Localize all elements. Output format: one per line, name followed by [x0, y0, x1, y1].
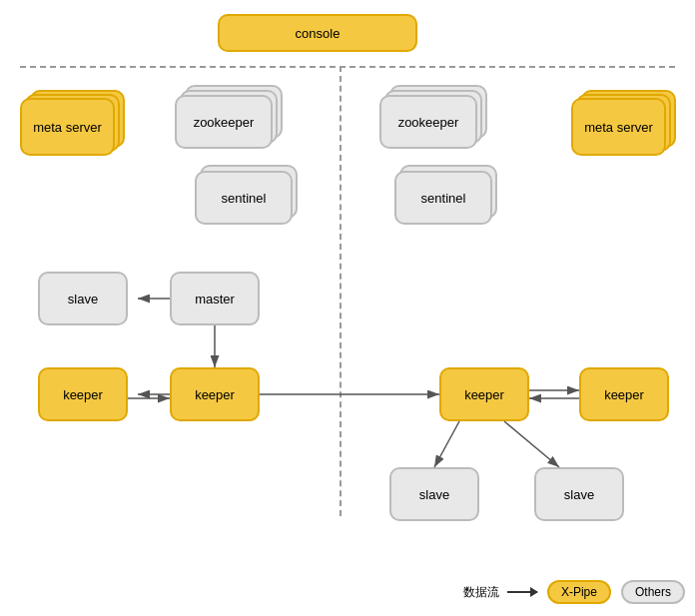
sentinel-right-label: sentinel [421, 191, 466, 206]
sentinel-right-stack: sentinel [394, 165, 504, 233]
dashed-vertical-separator [340, 66, 342, 516]
meta-server-left-node: meta server [20, 98, 115, 156]
slave-rl-node: slave [389, 467, 479, 521]
xpipe-label: X-Pipe [561, 585, 597, 599]
svg-line-10 [434, 421, 459, 467]
legend-xpipe-badge: X-Pipe [547, 580, 611, 604]
legend: 数据流 X-Pipe Others [463, 580, 685, 604]
sentinel-right-node: sentinel [394, 171, 492, 225]
keeper-ll-label: keeper [63, 387, 103, 402]
slave-rl-label: slave [419, 487, 449, 502]
keeper-right-label: keeper [464, 387, 504, 402]
keeper-left-node: keeper [170, 367, 260, 421]
meta-server-right-stack: meta server [571, 90, 676, 150]
dashed-separator [20, 66, 675, 68]
keeper-ll-node: keeper [38, 367, 128, 421]
master-left-label: master [195, 292, 235, 307]
keeper-right-node: keeper [439, 367, 529, 421]
meta-server-right-label: meta server [584, 120, 653, 135]
meta-server-left-label: meta server [33, 120, 102, 135]
zookeeper-right-stack: zookeeper [379, 85, 489, 153]
keeper-rr-node: keeper [579, 367, 669, 421]
keeper-left-label: keeper [195, 387, 235, 402]
data-flow-label: 数据流 [463, 584, 499, 601]
master-left-node: master [170, 272, 260, 325]
meta-server-right-node: meta server [571, 98, 666, 156]
data-flow-arrow [507, 591, 537, 593]
sentinel-left-node: sentinel [195, 171, 293, 225]
console-label: console [296, 26, 341, 41]
meta-server-left-stack: meta server [20, 90, 125, 150]
console-node: console [218, 14, 417, 52]
zookeeper-right-label: zookeeper [398, 115, 459, 130]
others-label: Others [635, 585, 671, 599]
slave-left-node: slave [38, 272, 128, 325]
svg-line-11 [504, 421, 559, 467]
slave-left-label: slave [68, 292, 98, 307]
slave-rr-label: slave [564, 487, 594, 502]
zookeeper-left-node: zookeeper [175, 95, 273, 149]
sentinel-left-label: sentinel [222, 191, 267, 206]
zookeeper-right-node: zookeeper [379, 95, 477, 149]
legend-data-flow: 数据流 [463, 584, 537, 601]
zookeeper-left-label: zookeeper [194, 115, 255, 130]
zookeeper-left-stack: zookeeper [175, 85, 285, 153]
architecture-diagram: console meta server zookeeper sentinel z… [0, 0, 695, 616]
keeper-rr-label: keeper [604, 387, 644, 402]
slave-rr-node: slave [534, 467, 624, 521]
sentinel-left-stack: sentinel [195, 165, 305, 233]
legend-others-badge: Others [621, 580, 685, 604]
